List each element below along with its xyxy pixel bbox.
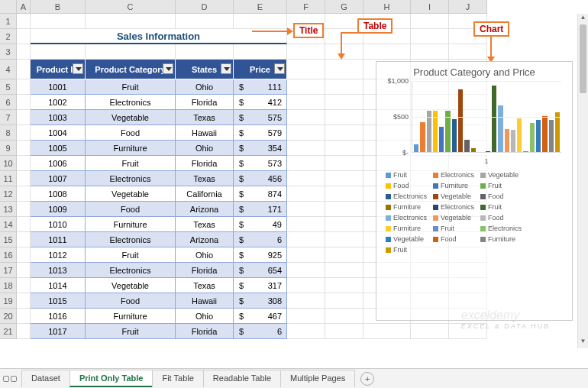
table-cell[interactable]: Electronics [86,232,176,247]
table-cell[interactable]: Ohio [176,247,234,263]
table-cell[interactable]: $6 [234,324,287,339]
col-header-H[interactable]: H [363,0,411,14]
scroll-down-icon[interactable]: ▼ [578,338,588,348]
table-cell[interactable]: Furniture [86,141,176,156]
row-header-4[interactable]: 4 [0,60,17,79]
table-cell[interactable]: 1012 [31,247,86,263]
sheet-tab[interactable]: Readable Table [203,370,281,387]
table-cell[interactable]: Vegetable [86,278,176,293]
row-header-12[interactable]: 12 [0,186,17,202]
row-header-9[interactable]: 9 [0,141,17,156]
col-header-B[interactable]: B [31,0,86,14]
table-cell[interactable]: Furniture [86,217,176,232]
table-cell[interactable]: Furniture [86,309,176,324]
table-cell[interactable]: Vegetable [86,186,176,202]
row-header-3[interactable]: 3 [0,44,17,60]
table-cell[interactable]: 1006 [31,156,86,171]
table-cell[interactable]: Texas [176,217,234,232]
spreadsheet-grid[interactable]: ABCDEFGHIJ 12345678910111213141516171819… [0,0,588,368]
table-cell[interactable]: Food [86,125,176,141]
sheet-tab[interactable]: Multiple Pages [280,370,355,387]
table-cell[interactable]: 1013 [31,263,86,278]
row-header-16[interactable]: 16 [0,247,17,263]
table-cell[interactable]: 1015 [31,293,86,309]
table-cell[interactable]: $49 [234,217,287,232]
table-cell[interactable]: Vegetable [86,110,176,125]
table-cell[interactable]: Texas [176,171,234,186]
table-header[interactable]: Price [234,60,287,79]
table-cell[interactable]: 1011 [31,232,86,247]
table-cell[interactable]: $575 [234,110,287,125]
table-cell[interactable]: Fruit [86,324,176,339]
row-header-1[interactable]: 1 [0,14,17,29]
table-cell[interactable]: $467 [234,309,287,324]
table-cell[interactable]: $579 [234,125,287,141]
table-cell[interactable]: 1014 [31,278,86,293]
table-cell[interactable]: $654 [234,263,287,278]
table-cell[interactable]: Electronics [86,263,176,278]
table-cell[interactable]: 1001 [31,79,86,95]
row-header-7[interactable]: 7 [0,110,17,125]
table-cell[interactable]: 1009 [31,202,86,217]
table-cell[interactable]: Fruit [86,247,176,263]
row-header-15[interactable]: 15 [0,232,17,247]
table-cell[interactable]: Florida [176,263,234,278]
filter-dropdown-icon[interactable] [73,63,83,74]
row-header-5[interactable]: 5 [0,79,17,95]
title-cell[interactable]: Sales Information [31,29,287,44]
row-header-14[interactable]: 14 [0,217,17,232]
table-cell[interactable]: Florida [176,324,234,339]
row-header-6[interactable]: 6 [0,95,17,110]
table-cell[interactable]: $354 [234,141,287,156]
col-header-J[interactable]: J [449,0,487,14]
scroll-up-icon[interactable]: ▲ [578,14,588,24]
row-header-8[interactable]: 8 [0,125,17,141]
table-cell[interactable]: Electronics [86,95,176,110]
table-cell[interactable]: 1007 [31,171,86,186]
sheet-tab[interactable]: Print Only Table [69,370,153,387]
col-header-C[interactable]: C [86,0,176,14]
scroll-thumb[interactable] [580,24,586,93]
table-header[interactable]: States [176,60,234,79]
table-cell[interactable]: $573 [234,156,287,171]
table-cell[interactable]: 1008 [31,186,86,202]
table-cell[interactable]: Ohio [176,141,234,156]
chart[interactable]: Product Category and Price $1,000$500$- … [376,61,573,321]
table-cell[interactable]: Arizona [176,232,234,247]
table-header[interactable]: Product ID [31,60,86,79]
table-cell[interactable]: 1010 [31,217,86,232]
table-cell[interactable]: $171 [234,202,287,217]
col-header-I[interactable]: I [411,0,449,14]
table-cell[interactable]: 1003 [31,110,86,125]
filter-dropdown-icon[interactable] [163,63,173,74]
table-cell[interactable]: Texas [176,278,234,293]
table-cell[interactable]: $308 [234,293,287,309]
table-cell[interactable]: Hawaii [176,293,234,309]
row-header-20[interactable]: 20 [0,309,17,324]
row-header-13[interactable]: 13 [0,202,17,217]
row-header-17[interactable]: 17 [0,263,17,278]
table-cell[interactable]: 1004 [31,125,86,141]
table-cell[interactable]: $456 [234,171,287,186]
row-header-10[interactable]: 10 [0,156,17,171]
table-cell[interactable]: California [176,186,234,202]
row-header-19[interactable]: 19 [0,293,17,309]
row-header-11[interactable]: 11 [0,171,17,186]
table-cell[interactable]: $874 [234,186,287,202]
tab-nav-icons[interactable] [3,376,17,382]
table-cell[interactable]: $6 [234,232,287,247]
table-cell[interactable]: Food [86,293,176,309]
sheet-tab[interactable]: Dataset [21,370,70,387]
col-header-D[interactable]: D [176,0,234,14]
column-headers[interactable]: ABCDEFGHIJ [17,0,487,14]
table-cell[interactable]: Fruit [86,156,176,171]
table-cell[interactable]: 1017 [31,324,86,339]
add-sheet-button[interactable]: + [360,372,374,386]
table-cell[interactable]: $317 [234,278,287,293]
row-header-18[interactable]: 18 [0,278,17,293]
filter-dropdown-icon[interactable] [274,63,285,74]
col-header-F[interactable]: F [287,0,325,14]
select-all-corner[interactable] [0,0,17,14]
table-cell[interactable]: Ohio [176,309,234,324]
table-cell[interactable]: Food [86,202,176,217]
